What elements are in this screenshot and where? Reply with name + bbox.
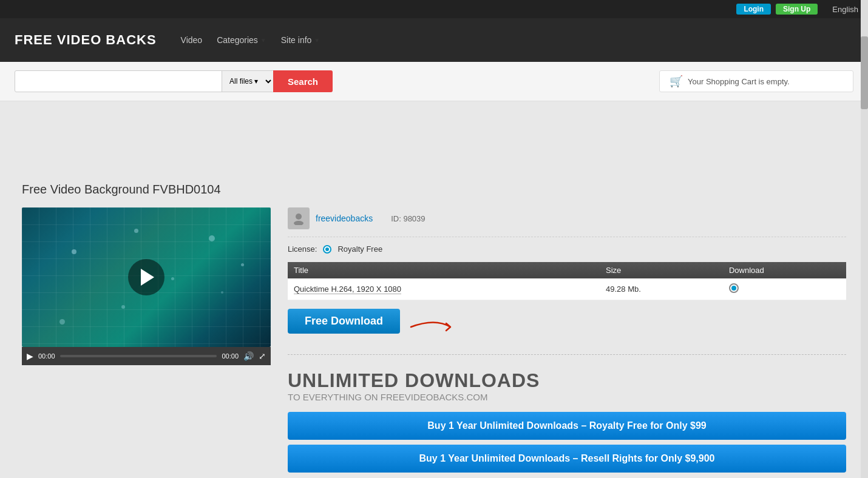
search-input-group: All files ▾ Video Image Audio <box>15 70 274 92</box>
main-nav: Video Categories ▼ Site info ▼ <box>181 35 320 45</box>
scrollbar[interactable] <box>861 0 868 478</box>
time-current: 00:00 <box>38 352 55 360</box>
unlimited-title: UNLIMITED DOWNLOADS <box>288 369 846 392</box>
upsell-button-2[interactable]: Buy 1 Year Unlimited Downloads – Resell … <box>288 445 846 473</box>
unlimited-subtitle: TO EVERYTHING ON FREEVIDEOBACKS.COM <box>288 392 846 402</box>
categories-dropdown-arrow: ▼ <box>260 37 266 44</box>
time-total: 00:00 <box>222 352 239 360</box>
file-size: 49.28 Mb. <box>600 278 723 300</box>
unlimited-section: UNLIMITED DOWNLOADS TO EVERYTHING ON FRE… <box>288 365 846 477</box>
section-divider <box>288 354 846 355</box>
search-input[interactable] <box>15 77 222 86</box>
svg-point-0 <box>296 214 302 220</box>
arrow-annotation <box>405 315 459 339</box>
site-header: FREE VIDEO BACKS Video Categories ▼ Site… <box>0 18 868 62</box>
col-download: Download <box>723 262 846 278</box>
cart-icon: 🛒 <box>670 75 683 88</box>
col-title: Title <box>288 262 600 278</box>
scrollbar-thumb[interactable] <box>861 36 868 109</box>
license-radio <box>323 245 331 254</box>
info-panel: freevideobacks ID: 98039 License: Royalt… <box>288 207 846 477</box>
content-grid: ▶ 00:00 00:00 🔊 ⤢ freevideobacks ID: 980… <box>22 207 846 477</box>
login-button[interactable]: Login <box>736 4 771 15</box>
progress-bar[interactable] <box>60 355 217 357</box>
table-row: Quicktime H.264, 1920 X 1080 49.28 Mb. <box>288 278 846 300</box>
play-icon <box>141 269 154 286</box>
video-player <box>22 207 271 347</box>
license-row: License: Royalty Free <box>288 244 846 254</box>
author-row: freevideobacks ID: 98039 <box>288 207 846 237</box>
file-download-radio[interactable] <box>723 278 846 300</box>
fullscreen-button[interactable]: ⤢ <box>259 351 266 361</box>
free-download-button[interactable]: Free Download <box>288 309 400 334</box>
license-type: Royalty Free <box>337 244 382 254</box>
shopping-cart: 🛒 Your Shopping Cart is empty. <box>659 70 853 92</box>
nav-video[interactable]: Video <box>181 35 203 45</box>
language-selector: English <box>832 5 858 14</box>
video-controls: ▶ 00:00 00:00 🔊 ⤢ <box>22 347 271 365</box>
video-overlay <box>22 207 271 347</box>
top-bar: Login Sign Up English <box>0 0 868 18</box>
search-bar: All files ▾ Video Image Audio Search 🛒 Y… <box>0 62 868 101</box>
search-filter-select[interactable]: All files ▾ Video Image Audio <box>222 71 273 92</box>
nav-categories[interactable]: Categories ▼ <box>217 35 266 45</box>
author-avatar <box>288 207 310 229</box>
siteinfo-dropdown-arrow: ▼ <box>314 37 320 44</box>
col-size: Size <box>600 262 723 278</box>
search-button[interactable]: Search <box>273 70 333 92</box>
video-player-wrap: ▶ 00:00 00:00 🔊 ⤢ <box>22 207 271 365</box>
download-table: Title Size Download Quicktime H.264, 192… <box>288 262 846 300</box>
file-title: Quicktime H.264, 1920 X 1080 <box>288 278 600 300</box>
signup-button[interactable]: Sign Up <box>776 4 818 15</box>
svg-point-1 <box>294 221 303 225</box>
play-pause-button[interactable]: ▶ <box>27 351 33 361</box>
file-id: ID: 98039 <box>391 214 425 223</box>
license-radio-inner <box>325 247 329 251</box>
volume-button[interactable]: 🔊 <box>243 351 254 361</box>
upsell-button-1[interactable]: Buy 1 Year Unlimited Downloads – Royalty… <box>288 412 846 440</box>
page-title: Free Video Background FVBHD0104 <box>22 183 846 197</box>
author-name[interactable]: freevideobacks <box>316 214 373 223</box>
file-title-link[interactable]: Quicktime H.264, 1920 X 1080 <box>294 284 401 294</box>
license-label: License: <box>288 244 317 254</box>
download-radio-selected[interactable] <box>729 283 739 293</box>
site-logo: FREE VIDEO BACKS <box>15 32 157 48</box>
ad-banner <box>0 101 868 168</box>
nav-siteinfo[interactable]: Site info ▼ <box>281 35 320 45</box>
cart-status: Your Shopping Cart is empty. <box>688 77 790 86</box>
main-content: Free Video Background FVBHD0104 <box>0 168 868 478</box>
play-button[interactable] <box>128 259 164 295</box>
